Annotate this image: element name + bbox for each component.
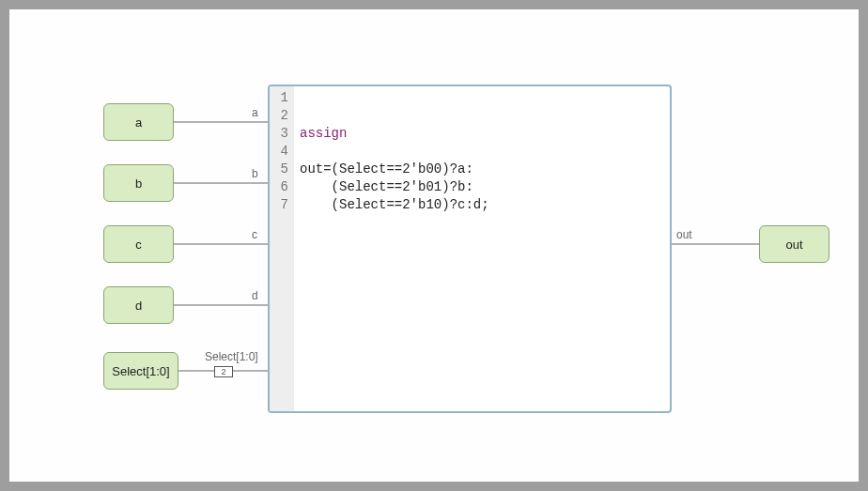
input-port-select[interactable]: Select[1:0] <box>103 352 178 390</box>
code-text: assign out=(Select==2'b00)?a: (Select==2… <box>294 86 489 411</box>
input-port-c[interactable]: c <box>103 225 174 263</box>
pin-label-a: a <box>252 106 258 119</box>
port-label: out <box>785 238 802 252</box>
input-port-b[interactable]: b <box>103 164 174 202</box>
bus-width-indicator: 2 <box>214 366 233 377</box>
port-label: a <box>135 115 142 130</box>
input-port-a[interactable]: a <box>103 103 174 141</box>
code-gutter: 1 2 3 4 5 6 7 <box>270 86 294 411</box>
pin-label-d: d <box>252 289 258 302</box>
input-port-d[interactable]: d <box>103 286 174 324</box>
port-label: Select[1:0] <box>112 364 169 378</box>
pin-label-b: b <box>252 167 258 180</box>
pin-label-select: Select[1:0] <box>205 350 258 363</box>
port-label: c <box>135 238 142 252</box>
output-port-out[interactable]: out <box>759 225 829 263</box>
diagram-canvas: a b c d Select[1:0] a b c d Select[1:0] … <box>0 0 868 491</box>
code-block[interactable]: 1 2 3 4 5 6 7 assign out=(Select==2'b00)… <box>268 84 672 413</box>
port-label: b <box>135 176 142 191</box>
pin-label-c: c <box>252 228 257 241</box>
port-label: d <box>135 299 142 313</box>
pin-label-out: out <box>676 228 692 241</box>
